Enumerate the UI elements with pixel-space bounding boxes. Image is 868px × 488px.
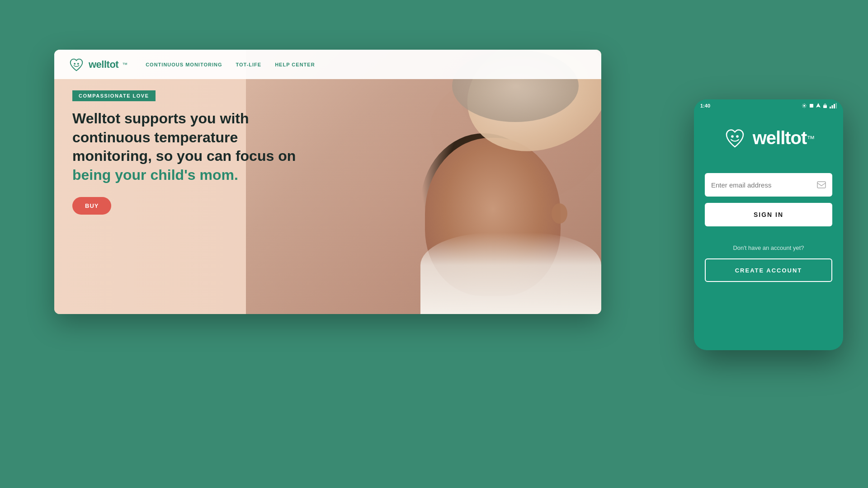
email-input-container — [705, 173, 832, 197]
nav-tot-life[interactable]: TOT-LIFE — [236, 62, 261, 67]
website-nav: CONTINUOUS MONITORING TOT-LIFE HELP CENT… — [146, 62, 315, 67]
scene: welltot™ CONTINUOUS MONITORING TOT-LIFE … — [0, 0, 868, 488]
app-logo-container: welltot™ — [722, 126, 815, 150]
website-logo-text: welltot — [89, 59, 118, 70]
hero-headline-accent: being your child's mom. — [72, 167, 238, 183]
svg-rect-6 — [830, 107, 831, 108]
no-account-text: Don't have an account yet? — [733, 244, 804, 251]
svg-point-0 — [74, 63, 75, 65]
hero-headline: Welltot supports you with continuous tem… — [72, 109, 298, 184]
status-bar: 1:40 — [694, 99, 843, 112]
baby-blanket — [420, 233, 601, 314]
svg-rect-9 — [836, 103, 837, 108]
website-logo-tm: ™ — [122, 61, 127, 68]
svg-rect-8 — [834, 104, 835, 108]
app-logo-text-container: welltot™ — [753, 128, 815, 148]
buy-button[interactable]: BUY — [72, 197, 111, 215]
app-logo-tm: ™ — [807, 134, 815, 143]
status-icons — [802, 103, 837, 108]
svg-marker-4 — [816, 103, 821, 108]
svg-point-10 — [731, 135, 734, 138]
nav-continuous-monitoring[interactable]: CONTINUOUS MONITORING — [146, 62, 222, 67]
email-input[interactable] — [711, 181, 817, 189]
svg-point-1 — [77, 63, 79, 65]
gear-icon — [802, 103, 807, 108]
notification-icon — [809, 103, 814, 108]
website-card: welltot™ CONTINUOUS MONITORING TOT-LIFE … — [54, 50, 601, 314]
website-header: welltot™ CONTINUOUS MONITORING TOT-LIFE … — [54, 50, 601, 79]
website-logo: welltot™ — [68, 56, 127, 73]
app-welltot-icon — [722, 126, 747, 150]
hero-content: COMPASSIONATE LOVE Welltot supports you … — [72, 90, 298, 215]
signal-icon — [830, 103, 837, 108]
app-logo-text: welltot — [753, 128, 807, 148]
app-content: welltot™ SIGN IN Don't have an account y… — [694, 112, 843, 350]
svg-rect-3 — [810, 104, 813, 108]
compassionate-badge: COMPASSIONATE LOVE — [72, 90, 156, 101]
hero-image-area — [246, 50, 602, 314]
svg-point-2 — [803, 105, 805, 107]
location-icon — [816, 103, 821, 108]
svg-rect-7 — [832, 105, 833, 108]
svg-point-11 — [736, 135, 739, 138]
create-account-button[interactable]: CREATE ACCOUNT — [705, 258, 832, 282]
svg-rect-5 — [823, 105, 827, 108]
signin-button[interactable]: SIGN IN — [705, 203, 832, 226]
lock-icon — [822, 103, 828, 108]
svg-rect-12 — [817, 182, 826, 188]
baby-ear — [552, 203, 567, 224]
mobile-phone: 1:40 — [694, 99, 843, 350]
nav-help-center[interactable]: HELP CENTER — [275, 62, 315, 67]
status-time: 1:40 — [700, 103, 710, 108]
welltot-logo-icon — [68, 56, 85, 73]
email-icon — [817, 181, 826, 188]
hero-headline-text: Welltot supports you with continuous tem… — [72, 110, 296, 164]
